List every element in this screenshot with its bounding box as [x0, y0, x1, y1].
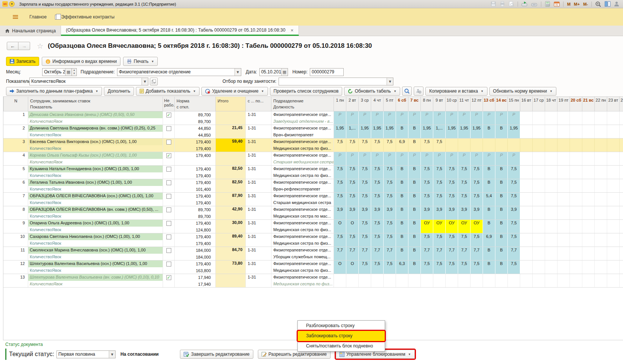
- day-cell[interactable]: ОУ: [458, 220, 471, 233]
- day-cell[interactable]: [533, 152, 545, 165]
- delete-clear-button[interactable]: Удаление и очищение▼: [201, 87, 268, 96]
- not-working-cell[interactable]: ✓: [163, 274, 175, 287]
- day-cell[interactable]: Р: [446, 152, 458, 165]
- day-cell[interactable]: [433, 274, 446, 287]
- day-column-header[interactable]: 20 сб: [570, 96, 582, 111]
- day-cell[interactable]: 3,9: [508, 206, 520, 219]
- table-row[interactable]: 3Евсеева Светлана Викторовна (осн.) (ОМС…: [3, 139, 623, 152]
- day-cell[interactable]: [620, 125, 623, 138]
- day-cell[interactable]: [545, 274, 558, 287]
- day-cell[interactable]: [346, 274, 359, 287]
- day-cell[interactable]: Р: [495, 111, 508, 125]
- day-cell[interactable]: 3,9: [334, 206, 346, 219]
- employee-cell[interactable]: Легалина Татьяна Ивановна (осн.) (ОМС) (…: [28, 179, 163, 192]
- day-cell[interactable]: [458, 139, 471, 152]
- print-button[interactable]: Печать▼: [123, 57, 158, 66]
- day-cell[interactable]: В: [408, 233, 421, 247]
- department-cell[interactable]: Физиотерапевтическое отде...Уборщик служ…: [271, 247, 334, 260]
- day-cell[interactable]: В: [483, 125, 495, 138]
- norm-cell[interactable]: 179,400179,400: [175, 139, 216, 152]
- day-cell[interactable]: 1,95: [421, 125, 433, 138]
- day-cell[interactable]: Р: [495, 152, 508, 165]
- col-header-not-working[interactable]: Не рабо...: [163, 96, 175, 111]
- day-cell[interactable]: 7,5: [359, 179, 371, 192]
- not-working-checkbox[interactable]: [166, 180, 171, 185]
- norm-cell[interactable]: 184,000184,000: [175, 247, 216, 260]
- menu-item-effective-contracts[interactable]: Эффективные контракты: [53, 13, 117, 21]
- period-cell[interactable]: 1-31: [246, 125, 271, 138]
- total-cell[interactable]: 59,40: [216, 139, 246, 152]
- day-cell[interactable]: Р: [508, 152, 520, 165]
- month-field[interactable]: Октябрь 201▦: [42, 68, 72, 76]
- employee-cell[interactable]: Денисова Оксана Ивановна (внеш.) (ОМС) (…: [28, 111, 163, 125]
- day-cell[interactable]: 7,5: [359, 139, 371, 152]
- day-cell[interactable]: [582, 274, 595, 287]
- day-cell[interactable]: [533, 179, 545, 192]
- day-cell[interactable]: [607, 111, 620, 125]
- day-cell[interactable]: [582, 206, 595, 219]
- day-cell[interactable]: [533, 111, 545, 125]
- day-cell[interactable]: 7,5: [371, 179, 384, 192]
- day-cell[interactable]: [545, 220, 558, 233]
- day-cell[interactable]: О: [334, 260, 346, 274]
- norm-cell[interactable]: 179,400179,400: [175, 193, 216, 206]
- day-cell[interactable]: 7,5: [471, 193, 483, 206]
- day-cell[interactable]: О: [346, 260, 359, 274]
- day-cell[interactable]: 3,9: [446, 206, 458, 219]
- day-cell[interactable]: [533, 233, 545, 247]
- day-cell[interactable]: В: [483, 166, 495, 179]
- day-cell[interactable]: [620, 139, 623, 152]
- day-cell[interactable]: 7,5: [371, 233, 384, 247]
- status-dropdown-icon[interactable]: ▼: [109, 351, 115, 358]
- day-cell[interactable]: Р: [483, 111, 495, 125]
- day-cell[interactable]: Р: [446, 111, 458, 125]
- not-working-cell[interactable]: [163, 193, 175, 206]
- day-cell[interactable]: [582, 139, 595, 152]
- day-cell[interactable]: [620, 233, 623, 247]
- day-cell[interactable]: ОУ: [421, 220, 433, 233]
- employee-cell[interactable]: Долинина Светлана Владимировна (вн. совм…: [28, 125, 163, 138]
- day-cell[interactable]: [545, 179, 558, 192]
- day-cell[interactable]: [558, 247, 570, 260]
- day-cell[interactable]: [520, 125, 533, 138]
- day-cell[interactable]: 1,...: [346, 125, 359, 138]
- day-cell[interactable]: Р: [359, 152, 371, 165]
- forward-button[interactable]: →: [18, 42, 30, 50]
- day-cell[interactable]: [545, 233, 558, 247]
- day-cell[interactable]: 6,9: [396, 139, 408, 152]
- table-row[interactable]: 6Легалина Татьяна Ивановна (осн.) (ОМС) …: [3, 179, 623, 193]
- day-cell[interactable]: [545, 193, 558, 206]
- supplement-button[interactable]: Дополнить: [104, 87, 134, 96]
- day-cell[interactable]: [533, 274, 545, 287]
- department-cell[interactable]: Физиотерапевтическое отде...Врач-физиоте…: [271, 125, 334, 138]
- day-column-header[interactable]: 16 вт: [520, 96, 533, 111]
- day-cell[interactable]: 3,9: [458, 206, 471, 219]
- zoom-icon[interactable]: [595, 1, 601, 7]
- day-cell[interactable]: [558, 206, 570, 219]
- day-cell[interactable]: 1,95: [471, 125, 483, 138]
- employee-cell[interactable]: ОБРАЗЦОВА ОЛЕСЯ ВЯЧЕСЛАВОВНА (осн.) (ОМС…: [28, 193, 163, 206]
- table-row[interactable]: 2Долинина Светлана Владимировна (вн. сов…: [3, 125, 623, 139]
- employee-cell[interactable]: Сахарова Светлана Николаевна (осн.) (ОМС…: [28, 233, 163, 247]
- norm-cell[interactable]: 179,400: [175, 152, 216, 165]
- employee-cell[interactable]: Шляхтурова Валентина Васильевна (вн. сов…: [28, 274, 163, 287]
- day-cell[interactable]: 7,5: [458, 260, 471, 274]
- day-cell[interactable]: [471, 274, 483, 287]
- day-cell[interactable]: [520, 260, 533, 274]
- not-working-checkbox[interactable]: [166, 167, 171, 172]
- get-link-icon[interactable]: [521, 1, 528, 7]
- day-cell[interactable]: ОУ: [446, 220, 458, 233]
- save-icon[interactable]: [490, 1, 496, 7]
- day-cell[interactable]: В: [396, 166, 408, 179]
- total-cell[interactable]: 73,80: [216, 260, 246, 274]
- day-cell[interactable]: 7,5: [371, 260, 384, 274]
- day-cell[interactable]: В: [495, 260, 508, 274]
- norm-cell[interactable]: 44,85044,850: [175, 125, 216, 138]
- day-cell[interactable]: В: [495, 179, 508, 192]
- department-cell[interactable]: Физиотерапевтическое отде...Старшая меди…: [271, 193, 334, 206]
- day-cell[interactable]: 1,95: [458, 125, 471, 138]
- day-cell[interactable]: [458, 274, 471, 287]
- period-cell[interactable]: 1-31: [246, 206, 271, 219]
- day-cell[interactable]: [607, 220, 620, 233]
- indicator-field[interactable]: КоличествоЯвок▼: [29, 78, 148, 85]
